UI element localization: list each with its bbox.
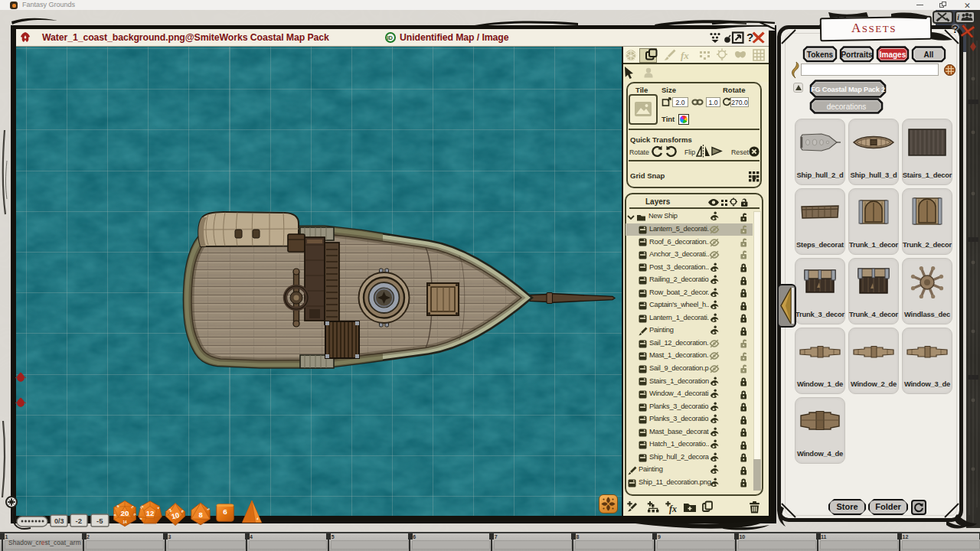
svg-text:FG Coastal Map Pack 2: FG Coastal Map Pack 2 <box>811 86 885 93</box>
svg-text:Portraits: Portraits <box>841 51 873 59</box>
svg-text:fx: fx <box>681 50 689 61</box>
svg-text:Tokens: Tokens <box>807 51 834 59</box>
svg-text:All: All <box>924 51 934 59</box>
svg-text:decorations: decorations <box>827 103 867 111</box>
svg-text:Images: Images <box>880 51 906 59</box>
